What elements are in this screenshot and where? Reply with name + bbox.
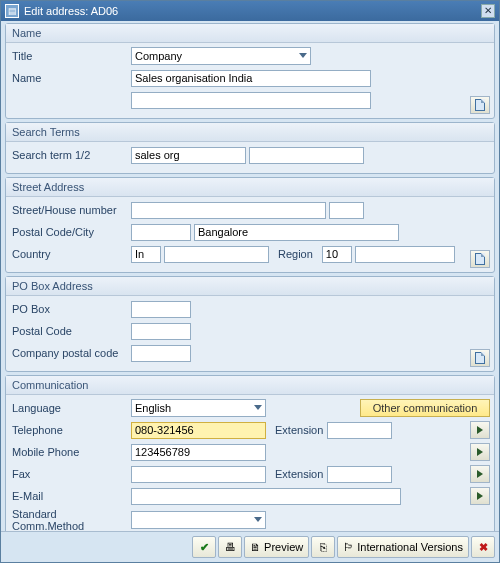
country-input[interactable] [131, 246, 161, 263]
postal-city-label: Postal Code/City [10, 226, 128, 238]
footer-toolbar: ✔ 🖶 🗎 Preview ⎘ 🏳 International Versions… [1, 531, 499, 562]
company-postal-label: Company postal code [10, 347, 128, 359]
copy-button[interactable]: ⎘ [311, 536, 335, 558]
titlebar: ▤ Edit address: AD06 ✕ [1, 1, 499, 21]
group-search-header: Search Terms [6, 123, 494, 142]
group-communication: Communication Language English Other com… [5, 375, 495, 531]
search-term-label: Search term 1/2 [10, 149, 128, 161]
email-input[interactable] [131, 488, 401, 505]
group-street: Street Address Street/House number Posta… [5, 177, 495, 273]
street-input[interactable] [131, 202, 326, 219]
postal-code-input[interactable] [131, 224, 191, 241]
house-number-input[interactable] [329, 202, 364, 219]
email-label: E-Mail [10, 490, 128, 502]
email-more-button[interactable] [470, 487, 490, 505]
group-search: Search Terms Search term 1/2 [5, 122, 495, 174]
name-label: Name [10, 72, 128, 84]
country-name-input[interactable] [164, 246, 269, 263]
company-postal-input[interactable] [131, 345, 191, 362]
ok-button[interactable]: ✔ [192, 536, 216, 558]
street-label: Street/House number [10, 204, 128, 216]
title-select[interactable]: Company [131, 47, 311, 65]
telephone-label: Telephone [10, 424, 128, 436]
language-label: Language [10, 402, 128, 414]
fax-ext-input[interactable] [327, 466, 392, 483]
group-pobox: PO Box Address PO Box Postal Code Compan… [5, 276, 495, 372]
mobile-input[interactable] [131, 444, 266, 461]
name-input-2[interactable] [131, 92, 371, 109]
fax-ext-label: Extension [269, 468, 324, 480]
pobox-postal-label: Postal Code [10, 325, 128, 337]
fax-input[interactable] [131, 466, 266, 483]
group-street-header: Street Address [6, 178, 494, 197]
street-expand-button[interactable] [470, 250, 490, 268]
preview-icon: 🗎 [250, 541, 261, 553]
fax-label: Fax [10, 468, 128, 480]
region-name-input[interactable] [355, 246, 455, 263]
x-icon: ✖ [479, 541, 488, 554]
other-communication-button[interactable]: Other communication [360, 399, 490, 417]
tel-ext-label: Extension [269, 424, 324, 436]
edit-address-window: ▤ Edit address: AD06 ✕ Name Title Compan… [0, 0, 500, 563]
pobox-expand-button[interactable] [470, 349, 490, 367]
region-label: Region [272, 248, 319, 260]
region-input[interactable] [322, 246, 352, 263]
check-icon: ✔ [200, 541, 209, 554]
telephone-more-button[interactable] [470, 421, 490, 439]
fax-more-button[interactable] [470, 465, 490, 483]
preview-button[interactable]: 🗎 Preview [244, 536, 309, 558]
group-name: Name Title Company Name [5, 23, 495, 119]
std-comm-label: Standard Comm.Method [10, 508, 128, 531]
city-input[interactable] [194, 224, 399, 241]
title-label: Title [10, 50, 128, 62]
telephone-input[interactable] [131, 422, 266, 439]
copy-icon: ⎘ [320, 541, 327, 553]
pobox-label: PO Box [10, 303, 128, 315]
content-area: Name Title Company Name [1, 21, 499, 531]
name-input-1[interactable] [131, 70, 371, 87]
search-term-2-input[interactable] [249, 147, 364, 164]
group-name-header: Name [6, 24, 494, 43]
search-term-1-input[interactable] [131, 147, 246, 164]
std-comm-select[interactable] [131, 511, 266, 529]
group-pobox-header: PO Box Address [6, 277, 494, 296]
mobile-label: Mobile Phone [10, 446, 128, 458]
language-select[interactable]: English [131, 399, 266, 417]
close-button[interactable]: ✕ [481, 4, 495, 18]
print-button[interactable]: 🖶 [218, 536, 242, 558]
mobile-more-button[interactable] [470, 443, 490, 461]
printer-icon: 🖶 [225, 541, 236, 553]
pobox-input[interactable] [131, 301, 191, 318]
intl-versions-button[interactable]: 🏳 International Versions [337, 536, 469, 558]
name-expand-button[interactable] [470, 96, 490, 114]
intl-label: International Versions [357, 541, 463, 553]
cancel-button[interactable]: ✖ [471, 536, 495, 558]
app-icon: ▤ [5, 4, 19, 18]
tel-ext-input[interactable] [327, 422, 392, 439]
globe-icon: 🏳 [343, 541, 354, 553]
window-title: Edit address: AD06 [24, 5, 118, 17]
group-communication-header: Communication [6, 376, 494, 395]
country-label: Country [10, 248, 128, 260]
pobox-postal-input[interactable] [131, 323, 191, 340]
preview-label: Preview [264, 541, 303, 553]
